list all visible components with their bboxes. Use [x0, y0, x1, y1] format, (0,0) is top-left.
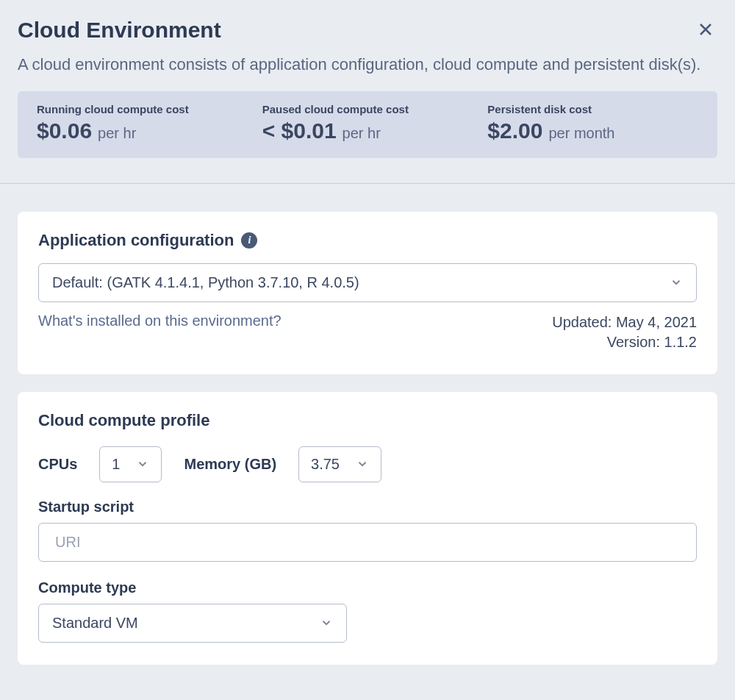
- memory-value: 3.75: [311, 456, 340, 473]
- cpu-label: CPUs: [38, 456, 77, 473]
- compute-type-select[interactable]: Standard VM: [38, 604, 347, 643]
- app-config-meta: Updated: May 4, 2021 Version: 1.1.2: [552, 312, 697, 352]
- paused-cost-value: < $0.01: [262, 118, 337, 143]
- app-config-selected-value: Default: (GATK 4.1.4.1, Python 3.7.10, R…: [52, 274, 359, 291]
- disk-cost-value: $2.00: [487, 118, 542, 143]
- disk-cost-unit: per month: [548, 125, 614, 142]
- close-button[interactable]: [694, 18, 717, 43]
- chevron-down-icon: [320, 616, 333, 629]
- compute-profile-title: Cloud compute profile: [38, 411, 697, 430]
- app-config-updated: Updated: May 4, 2021: [552, 312, 697, 332]
- cost-summary-bar: Running cloud compute cost $0.06 per hr …: [18, 91, 717, 158]
- app-config-version: Version: 1.1.2: [552, 332, 697, 352]
- modal-header: Cloud Environment A cloud environment co…: [0, 0, 735, 91]
- info-icon[interactable]: i: [241, 232, 257, 249]
- cloud-environment-modal: Cloud Environment A cloud environment co…: [0, 0, 735, 679]
- running-cost: Running cloud compute cost $0.06 per hr: [37, 103, 248, 143]
- startup-script-input[interactable]: [38, 523, 697, 562]
- disk-cost: Persistent disk cost $2.00 per month: [487, 103, 698, 143]
- paused-cost-unit: per hr: [343, 125, 381, 142]
- modal-subtitle: A cloud environment consists of applicat…: [18, 54, 717, 76]
- chevron-down-icon: [136, 457, 149, 471]
- app-config-title: Application configuration: [38, 231, 234, 250]
- running-cost-label: Running cloud compute cost: [37, 103, 248, 115]
- application-configuration-card: Application configuration i Default: (GA…: [18, 212, 717, 374]
- memory-select[interactable]: 3.75: [298, 446, 381, 482]
- running-cost-value: $0.06: [37, 118, 92, 143]
- startup-script-label: Startup script: [38, 499, 697, 515]
- chevron-down-icon: [356, 457, 369, 471]
- paused-cost-label: Paused cloud compute cost: [262, 103, 473, 115]
- memory-label: Memory (GB): [184, 456, 276, 473]
- close-icon: [697, 21, 714, 38]
- cpu-select[interactable]: 1: [99, 446, 162, 482]
- compute-type-label: Compute type: [38, 579, 697, 596]
- chevron-down-icon: [670, 276, 683, 289]
- disk-cost-label: Persistent disk cost: [487, 103, 698, 115]
- compute-type-value: Standard VM: [52, 615, 138, 632]
- cloud-compute-profile-card: Cloud compute profile CPUs 1 Memory (GB)…: [18, 392, 717, 665]
- installed-link[interactable]: What's installed on this environment?: [38, 312, 282, 329]
- running-cost-unit: per hr: [98, 125, 136, 142]
- cpu-value: 1: [112, 456, 120, 473]
- app-config-select[interactable]: Default: (GATK 4.1.4.1, Python 3.7.10, R…: [38, 263, 697, 302]
- paused-cost: Paused cloud compute cost < $0.01 per hr: [262, 103, 473, 143]
- modal-title: Cloud Environment: [18, 18, 221, 43]
